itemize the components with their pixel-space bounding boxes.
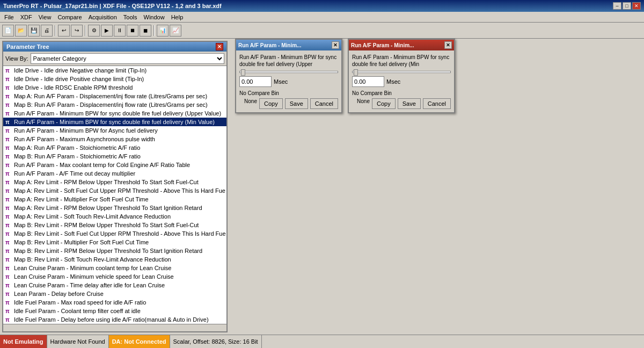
menu-acquisition[interactable]: Acquisition [85, 13, 120, 21]
dialog-1-none-label: None [244, 98, 257, 109]
toolbar-btn5[interactable]: ⏸ [114, 25, 126, 37]
dialog-2-save-button[interactable]: Save [398, 98, 421, 109]
dialog-2-close-button[interactable]: ✕ [444, 41, 452, 49]
tree-item-label: Run A/F Param - Minimum BPW for Async fu… [14, 127, 158, 134]
close-button[interactable]: ✕ [632, 2, 641, 10]
tree-item[interactable]: πMap A: Rev Limit - Soft Touch Rev-Limit… [3, 212, 226, 221]
toolbar-chart[interactable]: 📊 [157, 25, 169, 37]
tree-item-label: Lean Cruise Param - Time delay after idl… [14, 282, 165, 288]
pi-icon: π [5, 171, 12, 177]
toolbar-new[interactable]: 📄 [2, 25, 14, 37]
menu-file[interactable]: File [1, 13, 17, 21]
menu-window[interactable]: Window [141, 13, 168, 21]
tree-item[interactable]: πMap B: Rev Limit - Soft Touch Rev-Limit… [3, 255, 226, 264]
tree-item[interactable]: πMap B: Rev Limit - Multiplier For Soft … [3, 238, 226, 247]
toolbar-btn3[interactable]: ⚙ [88, 25, 100, 37]
toolbar-save[interactable]: 💾 [28, 25, 40, 37]
menu-xdf[interactable]: XDF [17, 13, 35, 21]
param-tree-panel: Parameter Tree ✕ View By: Parameter Cate… [2, 41, 228, 332]
pi-icon: π [5, 300, 12, 306]
tree-item[interactable]: πRun A/F Param - A/F Time out decay mult… [3, 169, 226, 178]
tree-item[interactable]: πRun A/F Param - Minimum BPW for sync do… [3, 109, 226, 118]
dialog-1-titlebar[interactable]: Run A/F Param - Minim... ✕ [236, 40, 341, 50]
pi-icon: π [5, 308, 12, 314]
dialog-2-copy-button[interactable]: Copy [372, 98, 396, 109]
tree-item-label: Lean Param - Delay before Cruise [14, 291, 104, 297]
param-tree-title: Parameter Tree [6, 44, 49, 50]
tree-item-label: Run A/F Param - Maximum Asynchronous pul… [14, 136, 155, 142]
tree-item[interactable]: πIdle Drive - Idle drive Positive change… [3, 75, 226, 83]
toolbar-scope[interactable]: 📈 [170, 25, 181, 37]
menu-view[interactable]: View [35, 13, 55, 21]
dialog-2-slider[interactable] [352, 71, 451, 73]
tree-item[interactable]: πMap A: Rev Limit - RPM Below Upper Thre… [3, 204, 226, 212]
view-by-label: View By: [5, 55, 28, 62]
pi-icon: π [5, 291, 12, 297]
pi-icon: π [5, 231, 12, 237]
tree-item-label: Map A: Rev Limit - Soft Touch Rev-Limit … [14, 213, 171, 220]
dialog-1-close-button[interactable]: ✕ [332, 41, 339, 49]
dialog-1-value-input[interactable] [239, 76, 272, 87]
dialog-1-slider[interactable] [239, 71, 338, 73]
tree-item[interactable]: πMap B: Run A/F Param - Stoichiometric A… [3, 152, 226, 161]
dialog-2-value-input[interactable] [352, 76, 384, 87]
tree-item[interactable]: πMap A: Run A/F Param - Displacement/inj… [3, 92, 226, 100]
toolbar-print[interactable]: 🖨 [41, 25, 53, 37]
toolbar-open[interactable]: 📂 [15, 25, 27, 37]
tree-item[interactable]: πLean Cruise Param - Time delay after id… [3, 281, 226, 289]
pi-icon: π [5, 265, 12, 271]
dialog-2-titlebar[interactable]: Run A/F Param - Minim... ✕ [349, 40, 454, 50]
dialog-2-cancel-button[interactable]: Cancel [423, 98, 451, 109]
tree-item[interactable]: πMap B: Run A/F Param - Displacement/inj… [3, 100, 226, 109]
maximize-button[interactable]: □ [623, 2, 631, 10]
toolbar-btn6[interactable]: ⏹ [127, 25, 138, 37]
tree-item[interactable]: πRun A/F Param - Max coolant temp for Co… [3, 161, 226, 169]
tree-item[interactable]: πIdle Fuel Param - Coolant temp filter c… [3, 307, 226, 315]
toolbar-undo[interactable]: ↩ [58, 25, 70, 37]
dialog-1-copy-button[interactable]: Copy [259, 98, 283, 109]
tree-item-label: Run A/F Param - A/F Time out decay multi… [14, 170, 135, 177]
menu-tools[interactable]: Tools [120, 13, 141, 21]
tree-item[interactable]: πMap B: Rev Limit - Soft Fuel Cut Upper … [3, 229, 226, 238]
tree-item[interactable]: πMap A: Run A/F Param - Stoichiometric A… [3, 143, 226, 152]
pi-icon: π [5, 102, 12, 108]
dialog-1-cancel-button[interactable]: Cancel [310, 98, 338, 109]
dialog-2-unit: Msec [386, 78, 400, 85]
dialog-2-description: Run A/F Param - Minimum BPW for sync dou… [352, 54, 451, 68]
param-tree-close-button[interactable]: ✕ [216, 43, 223, 50]
pi-icon: π [5, 68, 12, 74]
dialog-1-slider-handle[interactable] [241, 69, 245, 76]
tree-item[interactable]: πRun A/F Param - Maximum Asynchronous pu… [3, 135, 226, 143]
dialog-1-description: Run A/F Param - Minimum BPW for sync dou… [239, 54, 338, 68]
tree-item[interactable]: πLean Cruise Param - Minimum vehicle spe… [3, 272, 226, 281]
tree-item[interactable]: πMap B: Rev Limit - RPM Below Upper Thre… [3, 247, 226, 255]
status-emulating: Not Emulating [0, 335, 47, 348]
menu-help[interactable]: Help [168, 13, 187, 21]
dialog-1-save-button[interactable]: Save [285, 98, 308, 109]
pi-icon: π [5, 257, 12, 263]
tree-list[interactable]: πIdle Drive - Idle drive Negative change… [3, 66, 226, 324]
toolbar-redo[interactable]: ↪ [71, 25, 83, 37]
tree-item[interactable]: πMap A: Rev Limit - Multiplier For Soft … [3, 195, 226, 204]
menu-compare[interactable]: Compare [54, 13, 85, 21]
tree-item[interactable]: πMap B: Rev Limit - RPM Below Upper Thre… [3, 221, 226, 229]
tree-item[interactable]: πIdle Fuel Param - Delay before using id… [3, 315, 226, 324]
tree-item[interactable]: πLean Param - Delay before Cruise [3, 289, 226, 298]
tree-item[interactable]: πMap A: Rev Limit - Soft Fuel Cut Upper … [3, 186, 226, 195]
dialog-2-compare-label: No Compare Bin [352, 90, 392, 96]
minimize-button[interactable]: – [613, 2, 621, 10]
tree-item[interactable]: πMap A: Rev Limit - RPM Below Upper Thre… [3, 178, 226, 186]
dialog-2-slider-handle[interactable] [354, 69, 358, 76]
tree-item[interactable]: πRun A/F Param - Minimum BPW for Async f… [3, 126, 226, 135]
tree-item[interactable]: πIdle Fuel Param - Max road speed for id… [3, 298, 226, 307]
view-by-select[interactable]: Parameter Category [31, 53, 224, 64]
toolbar-btn7[interactable]: ◼ [140, 25, 151, 37]
tree-item[interactable]: πIdle Drive - Idle drive Negative change… [3, 66, 226, 75]
tree-item[interactable]: πIdle Drive - Idle RDSC Enable RPM thres… [3, 83, 226, 92]
status-da: DA: Not Connected [109, 335, 170, 348]
tree-item[interactable]: πLean Cruise Param - Minimum coolant tem… [3, 264, 226, 272]
horizontal-scrollbar[interactable] [3, 324, 226, 331]
tree-item-label: Map B: Rev Limit - Multiplier For Soft F… [14, 239, 149, 245]
toolbar-btn4[interactable]: ▶ [101, 25, 113, 37]
tree-item[interactable]: πRun A/F Param - Minimum BPW for sync do… [3, 118, 226, 126]
